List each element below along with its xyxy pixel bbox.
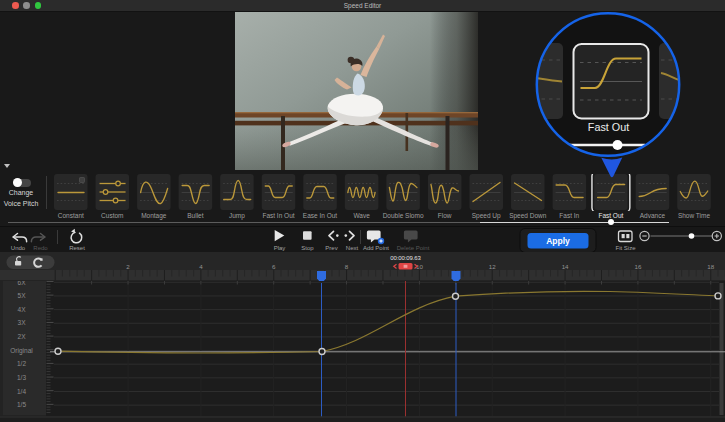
svg-text:00:00:09.63: 00:00:09.63 bbox=[390, 255, 421, 261]
svg-text:Delete Point: Delete Point bbox=[397, 245, 430, 251]
svg-text:3X: 3X bbox=[18, 319, 27, 326]
svg-text:Fast Out: Fast Out bbox=[588, 121, 629, 133]
svg-text:1/3: 1/3 bbox=[17, 374, 26, 381]
svg-text:1/4: 1/4 bbox=[17, 388, 26, 395]
svg-text:12: 12 bbox=[489, 263, 496, 270]
svg-text:Prev: Prev bbox=[325, 245, 337, 251]
svg-text:1/2: 1/2 bbox=[17, 360, 26, 367]
svg-text:Apply: Apply bbox=[546, 236, 570, 246]
svg-text:Add Point: Add Point bbox=[363, 245, 389, 251]
svg-text:5X: 5X bbox=[18, 292, 27, 299]
svg-text:4: 4 bbox=[199, 263, 203, 270]
svg-text:14: 14 bbox=[562, 263, 569, 270]
svg-text:Original: Original bbox=[10, 347, 33, 355]
svg-text:2X: 2X bbox=[18, 333, 27, 340]
svg-text:Redo: Redo bbox=[33, 245, 48, 251]
svg-text:Next: Next bbox=[346, 245, 359, 251]
svg-text:16: 16 bbox=[634, 263, 641, 270]
svg-text:1/5: 1/5 bbox=[17, 401, 26, 408]
svg-text:Reset: Reset bbox=[69, 245, 85, 251]
svg-text:2: 2 bbox=[126, 263, 130, 270]
svg-text:Stop: Stop bbox=[301, 245, 314, 251]
svg-text:8: 8 bbox=[345, 263, 349, 270]
svg-text:Undo: Undo bbox=[11, 245, 26, 251]
svg-text:6: 6 bbox=[272, 263, 276, 270]
svg-text:18: 18 bbox=[707, 263, 714, 270]
svg-text:Play: Play bbox=[274, 245, 286, 251]
svg-text:4X: 4X bbox=[18, 306, 27, 313]
svg-text:Fit Size: Fit Size bbox=[615, 245, 636, 251]
svg-text:6X: 6X bbox=[18, 281, 27, 286]
